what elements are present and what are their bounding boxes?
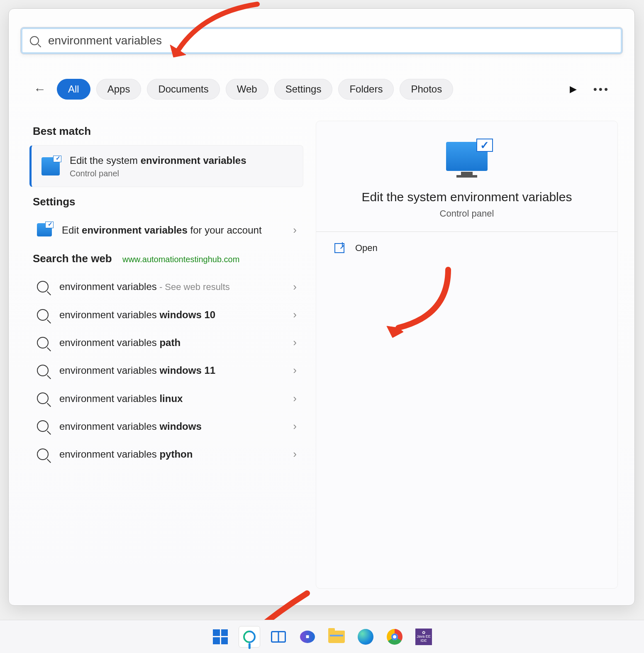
- play-icon[interactable]: ▶: [570, 84, 577, 95]
- chat-button[interactable]: [297, 626, 318, 648]
- detail-pane: ✓ Edit the system environment variables …: [316, 121, 618, 589]
- chevron-right-icon: ›: [293, 392, 297, 405]
- detail-title: Edit the system environment variables: [330, 190, 603, 204]
- explorer-button[interactable]: [326, 626, 347, 648]
- taskbar: ✿Java EE IDE: [0, 620, 644, 653]
- start-button[interactable]: [210, 626, 231, 648]
- web-result[interactable]: environment variables path ›: [29, 329, 303, 356]
- filter-all[interactable]: All: [57, 79, 90, 100]
- web-result[interactable]: environment variables windows ›: [29, 412, 303, 440]
- chevron-right-icon: ›: [293, 280, 297, 293]
- web-result[interactable]: environment variables - See web results …: [29, 273, 303, 301]
- settings-heading: Settings: [33, 195, 300, 208]
- best-match-result[interactable]: Edit the system environment variables Co…: [29, 145, 303, 187]
- detail-monitor-check-icon: ✓: [444, 142, 490, 179]
- edge-icon: [358, 629, 373, 645]
- best-match-title: Edit the system environment variables: [70, 154, 246, 167]
- chevron-right-icon: ›: [293, 364, 297, 377]
- settings-result-text: Edit environment variables for your acco…: [62, 224, 299, 236]
- taskview-button[interactable]: [268, 626, 289, 648]
- search-icon: [37, 337, 49, 348]
- search-icon: [37, 309, 49, 321]
- search-icon: [37, 365, 49, 376]
- results-pane: Best match Edit the system environment v…: [29, 117, 303, 597]
- open-action[interactable]: Open: [330, 232, 603, 264]
- filter-settings[interactable]: Settings: [274, 79, 333, 100]
- chevron-right-icon: ›: [293, 308, 297, 321]
- edge-button[interactable]: [355, 626, 376, 648]
- watermark-url: www.automationtestinghub.com: [122, 255, 239, 264]
- search-icon: [37, 281, 49, 292]
- chrome-button[interactable]: [384, 626, 405, 648]
- javaee-icon: ✿Java EE IDE: [415, 629, 432, 645]
- search-icon: [37, 420, 49, 432]
- best-match-subtitle: Control panel: [70, 169, 246, 178]
- filter-web[interactable]: Web: [226, 79, 268, 100]
- chevron-right-icon: ›: [293, 224, 297, 236]
- taskbar-search-button[interactable]: [239, 626, 260, 648]
- web-result[interactable]: environment variables linux ›: [29, 385, 303, 412]
- chevron-right-icon: ›: [293, 420, 297, 433]
- settings-result[interactable]: Edit environment variables for your acco…: [29, 216, 303, 244]
- search-icon: [37, 392, 49, 404]
- filter-bar: ← All Apps Documents Web Settings Folder…: [34, 77, 618, 102]
- search-bar[interactable]: [20, 27, 623, 54]
- windows-logo-icon: [213, 629, 228, 644]
- more-options-icon[interactable]: •••: [593, 83, 610, 96]
- web-heading: Search the web www.automationtestinghub.…: [33, 252, 300, 265]
- web-result[interactable]: environment variables windows 11 ›: [29, 356, 303, 384]
- javaee-button[interactable]: ✿Java EE IDE: [413, 626, 434, 648]
- back-arrow-icon[interactable]: ←: [34, 82, 46, 96]
- filter-documents[interactable]: Documents: [147, 79, 220, 100]
- best-match-heading: Best match: [33, 125, 300, 138]
- chrome-icon: [387, 629, 402, 645]
- search-icon: [30, 36, 39, 45]
- search-window: ← All Apps Documents Web Settings Folder…: [8, 8, 635, 606]
- taskview-icon: [271, 631, 286, 643]
- open-external-icon: [334, 243, 344, 253]
- search-icon: [37, 448, 49, 460]
- detail-subtitle: Control panel: [330, 208, 603, 219]
- filter-folders[interactable]: Folders: [338, 79, 394, 100]
- filter-apps[interactable]: Apps: [96, 79, 141, 100]
- filter-photos[interactable]: Photos: [400, 79, 453, 100]
- chevron-right-icon: ›: [293, 336, 297, 349]
- search-icon: [241, 628, 258, 645]
- folder-icon: [328, 631, 345, 643]
- monitor-check-icon: [37, 223, 52, 236]
- monitor-check-icon: [41, 157, 60, 175]
- web-result[interactable]: environment variables windows 10 ›: [29, 301, 303, 329]
- search-input[interactable]: [47, 34, 613, 48]
- web-result[interactable]: environment variables python ›: [29, 440, 303, 468]
- open-label: Open: [355, 243, 378, 253]
- chevron-right-icon: ›: [293, 448, 297, 461]
- chat-icon: [300, 631, 315, 643]
